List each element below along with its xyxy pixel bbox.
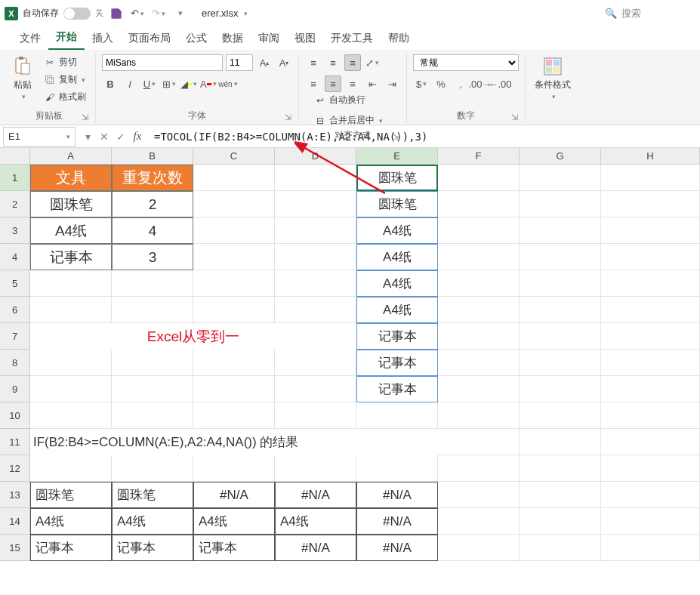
fill-color-button[interactable]: ◢▾	[180, 76, 197, 92]
cell-e6[interactable]: A4纸	[356, 297, 438, 323]
row-header[interactable]: 9	[0, 376, 30, 402]
row-header[interactable]: 6	[0, 297, 30, 323]
cell-e8[interactable]: 记事本	[356, 350, 438, 376]
cell-c13[interactable]: #N/A	[193, 482, 275, 508]
cell-b3[interactable]: 4	[112, 217, 193, 244]
cell-e3[interactable]: A4纸	[356, 217, 438, 244]
cell-b14[interactable]: A4纸	[112, 508, 193, 535]
cell-e7[interactable]: 记事本	[356, 323, 438, 350]
enter-formula-button[interactable]: ✓	[113, 129, 128, 144]
qat-customize[interactable]: ▾	[171, 5, 188, 22]
save-button[interactable]	[108, 5, 125, 22]
cell-a1[interactable]: 文具	[30, 165, 112, 191]
wrap-text-button[interactable]: ↩自动换行	[311, 92, 369, 108]
cell-c1[interactable]	[193, 165, 275, 191]
tab-data[interactable]: 数据	[214, 27, 251, 50]
tab-file[interactable]: 文件	[12, 27, 48, 50]
row-header[interactable]: 8	[0, 350, 30, 376]
font-size-select[interactable]	[226, 54, 253, 71]
paste-button[interactable]: 粘贴▾	[9, 54, 36, 102]
cell-a4[interactable]: 记事本	[30, 244, 112, 270]
search-box[interactable]: 🔍 搜索	[597, 5, 695, 22]
formula-dropdown-button[interactable]: ▾	[80, 129, 95, 144]
border-button[interactable]: ⊞▾	[161, 76, 177, 92]
decrease-font-button[interactable]: A▾	[276, 54, 292, 71]
col-header-d[interactable]: D	[275, 148, 356, 165]
insert-function-button[interactable]: fx	[130, 129, 145, 144]
align-bottom-button[interactable]: ≡	[344, 54, 361, 71]
cell-a13[interactable]: 圆珠笔	[30, 482, 112, 508]
percent-format-button[interactable]: %	[433, 76, 449, 92]
col-header-g[interactable]: G	[520, 148, 601, 165]
cell-d13[interactable]: #N/A	[275, 482, 356, 508]
increase-indent-button[interactable]: ⇥	[384, 76, 400, 92]
cell-b13[interactable]: 圆珠笔	[112, 482, 193, 508]
cell-a14[interactable]: A4纸	[30, 508, 112, 535]
cell-e5[interactable]: A4纸	[356, 270, 438, 297]
cell-g1[interactable]	[520, 165, 601, 191]
row-header[interactable]: 4	[0, 244, 30, 270]
cell-a3[interactable]: A4纸	[30, 217, 112, 244]
row-header[interactable]: 13	[0, 482, 30, 508]
col-header-a[interactable]: A	[30, 148, 112, 165]
cell-e15[interactable]: #N/A	[356, 535, 438, 561]
cell-b1[interactable]: 重复次数	[112, 165, 193, 191]
col-header-e[interactable]: E	[356, 148, 438, 165]
autosave-toggle[interactable]	[63, 8, 91, 20]
cell-a15[interactable]: 记事本	[30, 535, 112, 561]
underline-button[interactable]: U▾	[141, 76, 158, 92]
italic-button[interactable]: I	[122, 76, 138, 92]
name-box[interactable]: E1▾	[3, 127, 76, 146]
orientation-button[interactable]: ⤢▾	[364, 54, 381, 71]
cell-a2[interactable]: 圆珠笔	[30, 191, 112, 217]
align-right-button[interactable]: ≡	[344, 76, 361, 92]
copy-button[interactable]: ⿻复制▾	[41, 72, 89, 88]
decrease-decimal-button[interactable]: ←.00	[492, 76, 508, 92]
comma-format-button[interactable]: ,	[452, 76, 469, 92]
tab-home[interactable]: 开始	[48, 26, 85, 50]
row-header[interactable]: 3	[0, 217, 30, 244]
cell-f1[interactable]	[438, 165, 520, 191]
cell-c14[interactable]: A4纸	[193, 508, 275, 535]
cell-d1[interactable]	[275, 165, 356, 191]
row-header[interactable]: 7	[0, 323, 30, 350]
tab-view[interactable]: 视图	[287, 27, 323, 50]
cell-e1[interactable]: 圆珠笔	[356, 165, 438, 191]
align-middle-button[interactable]: ≡	[325, 54, 341, 71]
cell-h1[interactable]	[601, 165, 700, 191]
row-header[interactable]: 5	[0, 270, 30, 297]
if-caption[interactable]: IF(B2:B4>=COLUMN(A:E),A2:A4,NA()) 的结果	[30, 429, 438, 455]
cell-e14[interactable]: #N/A	[356, 508, 438, 535]
cell-e4[interactable]: A4纸	[356, 244, 438, 270]
cell-b4[interactable]: 3	[112, 244, 193, 270]
col-header-b[interactable]: B	[112, 148, 193, 165]
watermark-cell[interactable]: Excel从零到一	[30, 323, 356, 350]
align-center-button[interactable]: ≡	[325, 76, 341, 92]
align-top-button[interactable]: ≡	[305, 54, 322, 71]
increase-decimal-button[interactable]: .00→	[472, 76, 489, 92]
cell-e13[interactable]: #N/A	[356, 482, 438, 508]
font-color-button[interactable]: A▾	[200, 76, 217, 92]
col-header-h[interactable]: H	[601, 148, 700, 165]
cut-button[interactable]: ✂剪切	[41, 54, 89, 70]
cancel-formula-button[interactable]: ✕	[97, 129, 112, 144]
alignment-dialog-launcher[interactable]: ⇲	[391, 132, 400, 141]
row-header[interactable]: 10	[0, 402, 30, 429]
accounting-format-button[interactable]: $▾	[413, 76, 430, 92]
clipboard-dialog-launcher[interactable]: ⇲	[80, 113, 89, 122]
tab-review[interactable]: 审阅	[251, 27, 287, 50]
undo-button[interactable]: ↶▾	[129, 5, 146, 22]
tab-page-layout[interactable]: 页面布局	[121, 27, 178, 50]
row-header[interactable]: 15	[0, 535, 30, 561]
select-all-corner[interactable]	[0, 148, 30, 165]
decrease-indent-button[interactable]: ⇤	[364, 76, 381, 92]
align-left-button[interactable]: ≡	[305, 76, 322, 92]
tab-help[interactable]: 帮助	[381, 27, 417, 50]
row-header[interactable]: 11	[0, 429, 30, 455]
redo-button[interactable]: ↷▾	[150, 5, 167, 22]
cell-d15[interactable]: #N/A	[275, 535, 356, 561]
font-dialog-launcher[interactable]: ⇲	[283, 113, 292, 122]
cell-b15[interactable]: 记事本	[112, 535, 193, 561]
merge-center-button[interactable]: ⊟合并后居中▾	[311, 113, 386, 128]
formula-input[interactable]: =TOCOL(IF(B2:B4>=COLUMN(A:E),A2:A4,NA())…	[150, 131, 700, 143]
